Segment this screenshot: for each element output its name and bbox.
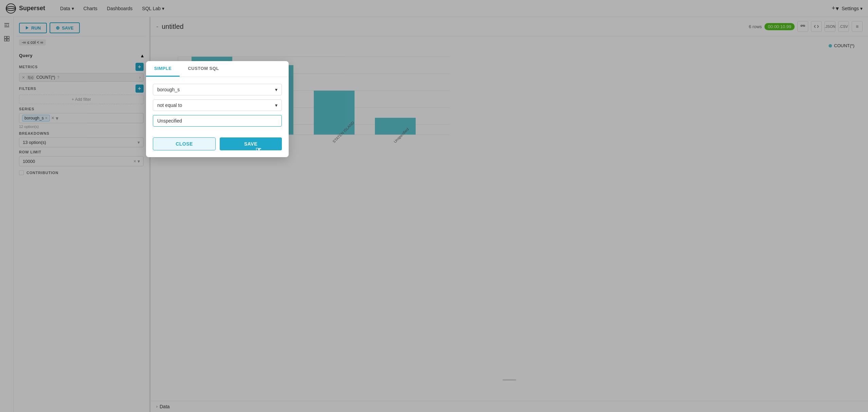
modal-body: borough_s not equal to (146, 77, 289, 133)
tab-simple[interactable]: SIMPLE (146, 61, 180, 77)
modal-save-button[interactable]: SAVE ☞ (220, 137, 282, 150)
modal-close-button[interactable]: CLOSE (153, 137, 216, 150)
column-select-arrow (275, 87, 277, 92)
modal-tabs: SIMPLE CUSTOM SQL (146, 61, 289, 77)
operator-select-arrow (275, 102, 277, 108)
operator-select[interactable]: not equal to (153, 99, 282, 111)
filter-modal: SIMPLE CUSTOM SQL borough_s not equal to (146, 61, 289, 157)
operator-select-value: not equal to (157, 102, 182, 108)
cursor-icon: ☞ (255, 146, 262, 154)
column-select[interactable]: borough_s (153, 84, 282, 95)
modal-overlay: SIMPLE CUSTOM SQL borough_s not equal to (0, 0, 868, 412)
tab-custom-sql[interactable]: CUSTOM SQL (180, 61, 227, 77)
modal-footer: CLOSE SAVE ☞ (146, 133, 289, 157)
filter-value-input[interactable] (153, 115, 282, 127)
column-select-value: borough_s (157, 87, 180, 92)
